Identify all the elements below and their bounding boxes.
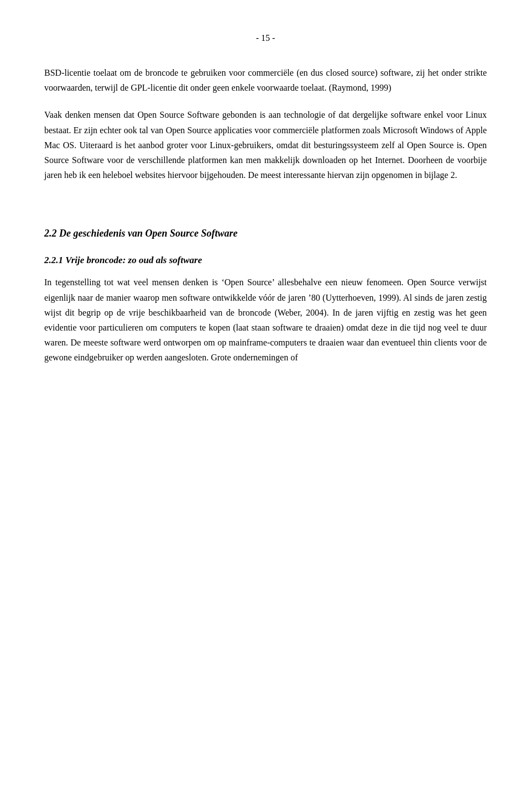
paragraph-1: BSD-licentie toelaat om de broncode te g… <box>44 65 487 95</box>
section-number: 2.2 <box>44 228 57 239</box>
page: - 15 - BSD-licentie toelaat om de bronco… <box>0 0 531 812</box>
subsection-number: 2.2.1 <box>44 255 63 265</box>
section-title-text: De geschiedenis van Open Source Software <box>59 228 238 239</box>
page-number: - 15 - <box>44 33 487 43</box>
spacer-1 <box>44 195 487 206</box>
paragraph-2: Vaak denken mensen dat Open Source Softw… <box>44 107 487 182</box>
subsection-heading-2-2-1: 2.2.1 Vrije broncode: zo oud als softwar… <box>44 255 487 266</box>
paragraph-3: In tegenstelling tot wat veel mensen den… <box>44 275 487 365</box>
subsection-title-text: Vrije broncode: zo oud als software <box>65 255 202 265</box>
section-heading-2-2: 2.2 De geschiedenis van Open Source Soft… <box>44 228 487 239</box>
